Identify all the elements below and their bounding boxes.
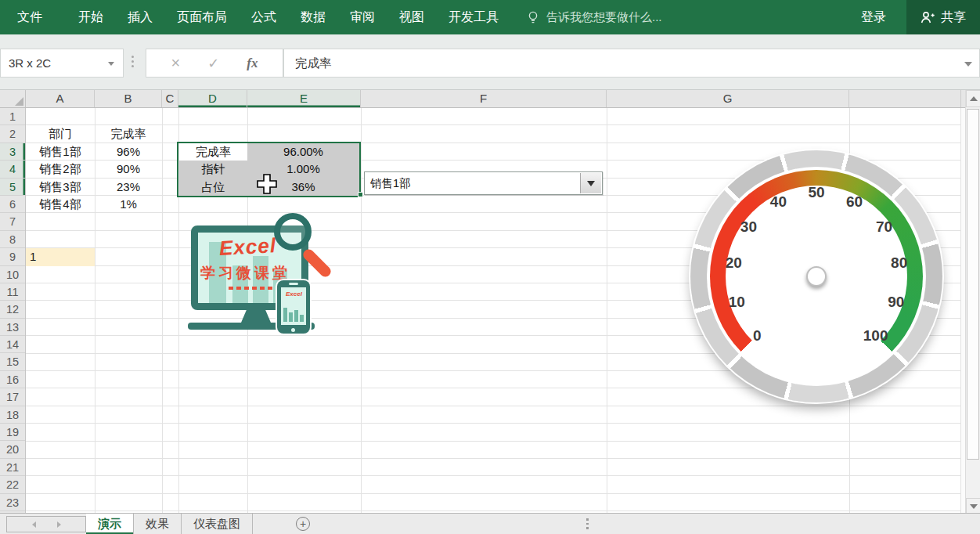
cell[interactable]: 销售1部 xyxy=(26,143,95,161)
row-header-1[interactable]: 1 xyxy=(0,108,25,125)
row-header-7[interactable]: 7 xyxy=(0,213,25,230)
row-header-12[interactable]: 12 xyxy=(0,301,25,318)
gridline xyxy=(361,108,362,513)
ribbon-tab-0[interactable]: 文件 xyxy=(17,9,42,26)
row-header-6[interactable]: 6 xyxy=(0,196,25,213)
vertical-scroll-thumb[interactable] xyxy=(967,109,979,460)
ribbon-tab-6[interactable]: 审阅 xyxy=(350,9,375,26)
combo-dropdown-button[interactable] xyxy=(580,173,601,193)
formula-content: 完成率 xyxy=(295,56,332,70)
row-header-22[interactable]: 22 xyxy=(0,476,25,493)
department-combo-box[interactable]: 销售1部 xyxy=(364,171,603,195)
name-box[interactable]: 3R x 2C xyxy=(0,49,124,78)
cell[interactable]: 完成率 xyxy=(95,125,162,143)
cell[interactable]: 部门 xyxy=(26,125,95,143)
ribbon-tab-2[interactable]: 插入 xyxy=(128,9,153,26)
row-header-21[interactable]: 21 xyxy=(0,459,25,476)
formula-bar-expand-icon[interactable] xyxy=(964,62,972,67)
row-header-18[interactable]: 18 xyxy=(0,406,25,424)
gauge-tick-label: 100 xyxy=(863,327,888,345)
sheet-tab-1[interactable]: 效果 xyxy=(134,514,182,534)
row-header-11[interactable]: 11 xyxy=(0,283,25,301)
row-header-16[interactable]: 16 xyxy=(0,371,25,388)
column-header-C[interactable]: C xyxy=(162,90,178,107)
tabbar-splitter-dots[interactable] xyxy=(586,518,589,529)
prev-sheet-icon[interactable] xyxy=(32,521,36,528)
vertical-scrollbar[interactable] xyxy=(965,90,980,515)
cell[interactable]: 销售3部 xyxy=(26,179,95,196)
gridline xyxy=(607,108,607,513)
cell[interactable]: 96% xyxy=(95,143,162,161)
add-sheet-button[interactable]: + xyxy=(296,517,310,531)
row-header-19[interactable]: 19 xyxy=(0,424,25,441)
param-label-cell[interactable]: 完成率 xyxy=(179,143,247,161)
gauge-center-hub xyxy=(806,266,827,287)
sheet-tab-0[interactable]: 演示 xyxy=(86,514,134,534)
combo-value: 销售1部 xyxy=(370,172,411,194)
next-sheet-icon[interactable] xyxy=(57,521,61,528)
row-header-2[interactable]: 2 xyxy=(0,125,25,143)
ribbon-tab-8[interactable]: 开发工具 xyxy=(449,9,499,26)
cell[interactable]: 1% xyxy=(95,196,162,213)
row-header-9[interactable]: 9 xyxy=(0,248,25,265)
cancel-icon[interactable]: × xyxy=(171,54,181,72)
row-header-3[interactable]: 3 xyxy=(0,143,25,161)
column-header-partial[interactable] xyxy=(849,90,961,107)
scroll-up-button[interactable] xyxy=(966,90,980,107)
ribbon-tab-3[interactable]: 页面布局 xyxy=(177,9,227,26)
column-header-G[interactable]: G xyxy=(607,90,849,107)
cell[interactable]: 1 xyxy=(26,248,95,265)
cell[interactable]: 销售4部 xyxy=(26,196,95,213)
param-value-cell[interactable]: 96.00% xyxy=(247,143,359,161)
share-button[interactable]: 共享 xyxy=(906,0,980,34)
row-header-5[interactable]: 5 xyxy=(0,179,25,196)
sign-in-button[interactable]: 登录 xyxy=(861,9,886,26)
cell[interactable]: 销售2部 xyxy=(26,161,95,178)
ribbon-tab-5[interactable]: 数据 xyxy=(301,9,326,26)
fill-handle[interactable] xyxy=(358,192,363,197)
name-box-dropdown-icon[interactable] xyxy=(108,62,114,66)
ribbon-tab-1[interactable]: 开始 xyxy=(78,9,103,26)
row-header-10[interactable]: 10 xyxy=(0,266,25,283)
cell[interactable]: 23% xyxy=(95,179,162,196)
insert-function-icon[interactable]: fx xyxy=(247,56,258,71)
row-headers: 123456789101112131415161718192021222324 xyxy=(0,108,26,513)
enter-icon[interactable]: ✓ xyxy=(207,55,219,72)
magnifier-icon xyxy=(274,213,312,251)
row-header-15[interactable]: 15 xyxy=(0,353,25,370)
sheet-tab-2[interactable]: 仪表盘图 xyxy=(182,514,253,534)
row-header-4[interactable]: 4 xyxy=(0,161,25,178)
formula-bar-drag-dots[interactable] xyxy=(132,56,134,67)
column-header-E[interactable]: E xyxy=(247,90,361,107)
row-header-23[interactable]: 23 xyxy=(0,494,25,511)
logo-subtitle: 学习微课堂 xyxy=(200,263,290,283)
row-header-14[interactable]: 14 xyxy=(0,336,25,353)
param-label-cell[interactable]: 占位 xyxy=(179,179,247,196)
column-header-D[interactable]: D xyxy=(178,90,247,107)
column-header-F[interactable]: F xyxy=(361,90,607,107)
cell[interactable]: 90% xyxy=(95,161,162,178)
logo-title: Excel xyxy=(218,233,276,261)
formula-bar-strip: 3R x 2C × ✓ fx 完成率 xyxy=(0,34,980,90)
share-label: 共享 xyxy=(941,9,966,26)
ribbon-tab-7[interactable]: 视图 xyxy=(399,9,424,26)
dropdown-arrow-icon xyxy=(587,181,595,186)
column-header-B[interactable]: B xyxy=(95,90,162,107)
gauge-tick-label: 50 xyxy=(808,184,824,201)
row-header-8[interactable]: 8 xyxy=(0,231,25,248)
row-header-20[interactable]: 20 xyxy=(0,441,25,458)
gauge-chart[interactable]: 0102030405060708090100 xyxy=(690,150,942,402)
tell-me-box[interactable]: 告诉我您想要做什么... xyxy=(526,10,662,25)
gauge-tick-label: 0 xyxy=(753,327,762,345)
logo-image[interactable]: Excel 学习微课堂 Excel xyxy=(178,205,351,340)
ribbon-tab-4[interactable]: 公式 xyxy=(251,9,276,26)
column-headers: ABCDEFG xyxy=(0,90,965,108)
column-header-A[interactable]: A xyxy=(26,90,95,107)
select-all-button[interactable] xyxy=(0,90,26,107)
sheet-tabs: 演示效果仪表盘图 xyxy=(86,514,253,534)
lightbulb-icon xyxy=(526,10,540,24)
param-label-cell[interactable]: 指针 xyxy=(179,161,247,178)
row-header-17[interactable]: 17 xyxy=(0,388,25,406)
formula-input[interactable]: 完成率 xyxy=(283,49,980,78)
row-header-13[interactable]: 13 xyxy=(0,319,25,336)
